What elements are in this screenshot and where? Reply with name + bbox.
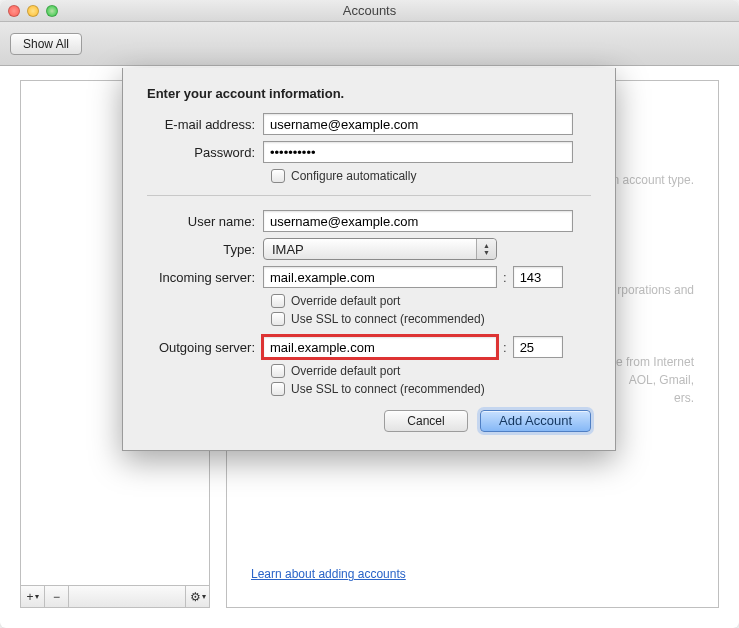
outgoing-ssl-checkbox[interactable]	[271, 382, 285, 396]
add-account-sheet: Enter your account information. E-mail a…	[122, 68, 616, 451]
accounts-window: Accounts Show All +▾ − ⚙▾ ed, select an …	[0, 0, 739, 628]
window-title: Accounts	[343, 3, 396, 18]
outgoing-ssl-label: Use SSL to connect (recommended)	[291, 382, 485, 396]
close-icon[interactable]	[8, 5, 20, 17]
incoming-port-field[interactable]	[513, 266, 563, 288]
type-value: IMAP	[272, 242, 304, 257]
window-controls	[8, 5, 58, 17]
colon: :	[497, 270, 513, 285]
configure-auto-label: Configure automatically	[291, 169, 416, 183]
chevron-down-icon: ▾	[202, 592, 206, 601]
chevron-down-icon: ▾	[35, 592, 39, 601]
incoming-ssl-checkbox[interactable]	[271, 312, 285, 326]
incoming-override-port-label: Override default port	[291, 294, 400, 308]
plus-icon: +	[26, 590, 33, 604]
outgoing-server-field[interactable]	[263, 336, 497, 358]
type-select[interactable]: IMAP ▲▼	[263, 238, 497, 260]
gear-icon: ⚙	[190, 590, 201, 604]
username-label: User name:	[147, 214, 263, 229]
outgoing-port-field[interactable]	[513, 336, 563, 358]
email-field[interactable]	[263, 113, 573, 135]
incoming-server-field[interactable]	[263, 266, 497, 288]
incoming-ssl-label: Use SSL to connect (recommended)	[291, 312, 485, 326]
minus-icon: −	[53, 590, 60, 604]
select-arrows-icon: ▲▼	[476, 239, 496, 259]
toolbar: Show All	[0, 22, 739, 66]
minimize-icon[interactable]	[27, 5, 39, 17]
divider	[147, 195, 591, 196]
titlebar: Accounts	[0, 0, 739, 22]
configure-auto-checkbox[interactable]	[271, 169, 285, 183]
email-label: E-mail address:	[147, 117, 263, 132]
incoming-label: Incoming server:	[147, 270, 263, 285]
zoom-icon[interactable]	[46, 5, 58, 17]
password-field[interactable]	[263, 141, 573, 163]
sidebar-toolbar: +▾ − ⚙▾	[21, 585, 209, 607]
password-label: Password:	[147, 145, 263, 160]
settings-button[interactable]: ⚙▾	[185, 586, 209, 607]
outgoing-override-port-checkbox[interactable]	[271, 364, 285, 378]
outgoing-override-port-label: Override default port	[291, 364, 400, 378]
remove-account-button[interactable]: −	[45, 586, 69, 607]
obscured-text: rporations and	[617, 281, 694, 299]
type-label: Type:	[147, 242, 263, 257]
incoming-override-port-checkbox[interactable]	[271, 294, 285, 308]
add-account-button[interactable]: Add Account	[480, 410, 591, 432]
learn-link[interactable]: Learn about adding accounts	[251, 567, 406, 581]
outgoing-label: Outgoing server:	[147, 340, 263, 355]
sheet-title: Enter your account information.	[147, 86, 591, 101]
colon: :	[497, 340, 513, 355]
obscured-text: e from Internet AOL, Gmail, ers.	[616, 353, 694, 407]
add-account-button[interactable]: +▾	[21, 586, 45, 607]
username-field[interactable]	[263, 210, 573, 232]
cancel-button[interactable]: Cancel	[384, 410, 468, 432]
show-all-button[interactable]: Show All	[10, 33, 82, 55]
